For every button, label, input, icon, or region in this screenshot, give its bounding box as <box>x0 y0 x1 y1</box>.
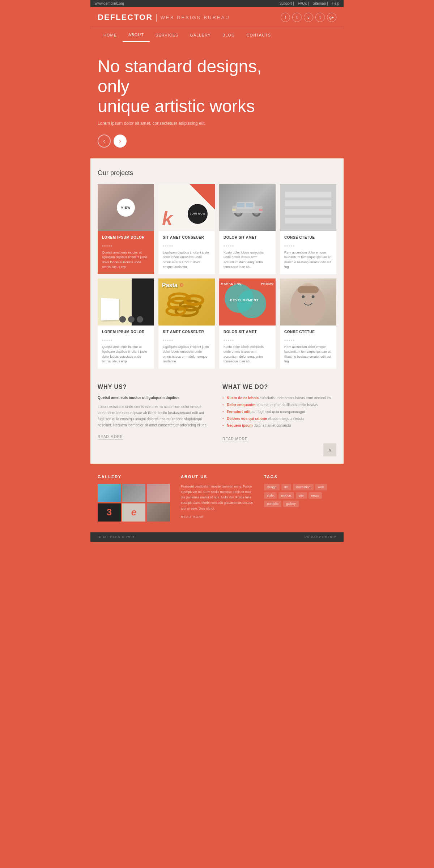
footer-read-more[interactable]: READ MORE <box>181 515 204 519</box>
vimeo-icon[interactable]: v <box>304 13 313 22</box>
project-image-car <box>219 184 276 231</box>
project-card-5: LOREM IPSUM DOLOR Quetsit amet euis inuc… <box>98 278 154 369</box>
why-us-read-more[interactable]: READ MORE <box>98 435 123 440</box>
svg-rect-7 <box>246 203 253 207</box>
list-rest-3: aut fugit sed quia conequuunagni <box>251 410 305 414</box>
hero-subtext: Lorem ipsum dolor sit amet, consectetuer… <box>98 121 206 126</box>
gallery-thumb-5[interactable]: e <box>122 503 145 522</box>
footer-tags-title: TAGS <box>264 475 336 479</box>
list-item-2: Dolor emquantm tomeaque ipae ab illiarch… <box>222 401 336 408</box>
top-url: www.demolink.org <box>95 1 124 5</box>
hero-section: No standard designs, only unique artisti… <box>90 42 344 158</box>
tag-illustration[interactable]: illustration <box>293 484 314 490</box>
tag-web[interactable]: web <box>315 484 327 490</box>
list-link-2[interactable]: Dolor emquantm <box>227 403 255 407</box>
project-card-4: CONSE CTETUE Rem accuntium dolor emque l… <box>280 184 336 274</box>
tag-portfolio[interactable]: portfolio <box>264 501 281 507</box>
nav-services[interactable]: SERVICES <box>150 29 184 42</box>
support-link[interactable]: Support <box>279 1 292 5</box>
project-title-8: CONSE CTETUE <box>284 330 332 334</box>
back-to-top[interactable]: ∧ <box>323 443 336 456</box>
main-nav: HOME ABOUT SERVICES GALLERY BLOG CONTACT… <box>90 28 344 42</box>
what-we-do-read-more[interactable]: READ MORE <box>222 437 248 442</box>
list-link-4[interactable]: Dolores eos qui ratione <box>227 417 267 421</box>
project-title-4: CONSE CTETUE <box>284 235 332 239</box>
logo: DEFLECTOR | WEB DESIGN BUREAU <box>98 13 230 22</box>
project-title-6: SIT AMET CONSEUER <box>163 330 210 334</box>
gallery-thumb-4[interactable]: 3 <box>98 503 121 522</box>
svg-rect-20 <box>298 286 319 293</box>
what-we-do-section: WHAT WE DO? Kusto dolor lobois euisciati… <box>222 384 336 442</box>
list-item-3: Eernaturt odit aut fugit sed quia conequ… <box>222 408 336 415</box>
dots-6 <box>163 336 210 342</box>
tumblr-icon[interactable]: t <box>315 13 325 22</box>
nav-about[interactable]: ABOUT <box>123 28 150 42</box>
svg-point-18 <box>302 295 305 298</box>
tag-site[interactable]: site <box>296 492 307 499</box>
project-desc-5: Quetsit amet euis inuctor ut liguliqam d… <box>102 345 150 364</box>
hero-prev-button[interactable]: ‹ <box>98 135 111 148</box>
project-card-7: MARKETING PROMO DEVELOPMENT DOLOR SIT AM… <box>219 278 276 369</box>
sitemap-link[interactable]: Sitemap <box>313 1 326 5</box>
tag-design[interactable]: design <box>264 484 280 490</box>
join-now-text: JOIN NOW <box>190 212 205 216</box>
nav-home[interactable]: HOME <box>98 29 123 42</box>
dev-label: DEVELOPMENT <box>230 298 259 302</box>
tag-3d[interactable]: 3D <box>281 484 292 490</box>
twitter-icon[interactable]: t <box>292 13 302 22</box>
footer: GALLERY 3 e ABOUT US Praesent vestibulum… <box>90 464 344 532</box>
logo-tagline: WEB DESIGN BUREAU <box>161 15 230 20</box>
list-link-1[interactable]: Kusto dolor lobois <box>227 396 259 400</box>
svg-rect-6 <box>237 203 244 207</box>
project-title-1: LOREM IPSUM DOLOR <box>102 235 150 239</box>
project-desc-1: Quetsit amet euis inuctor ut liguliqam d… <box>102 250 150 270</box>
project-image-shelves <box>280 184 336 231</box>
project-title-5: LOREM IPSUM DOLOR <box>102 330 150 334</box>
project-card-8: CONSE CTETUE Rem accuntium dolor emque l… <box>280 278 336 369</box>
nav-blog[interactable]: BLOG <box>217 29 241 42</box>
list-item-1: Kusto dolor lobois euisciatis unde omnis… <box>222 395 336 401</box>
tag-motion[interactable]: motion <box>278 492 294 499</box>
project-title-7: DOLOR SIT AMET <box>224 330 271 334</box>
tag-style[interactable]: style <box>264 492 277 499</box>
project-desc-6: Liguliqam dapibus tincitent justo dolor … <box>163 345 210 364</box>
svg-rect-9 <box>259 209 263 211</box>
footer-grid: GALLERY 3 e ABOUT US Praesent vestibulum… <box>98 475 336 522</box>
nav-gallery[interactable]: GALLERY <box>184 29 217 42</box>
why-us-highlight: Quetsit amet euls inuctor ut liguliquam … <box>98 395 212 401</box>
project-image-design: k JOIN NOW <box>158 184 215 231</box>
privacy-policy[interactable]: PRIVACY POLICY <box>305 535 336 539</box>
copyright: DEFLECTOR © 2013 <box>98 535 135 539</box>
gallery-thumb-1[interactable] <box>98 484 121 502</box>
top-bar: www.demolink.org Support | FAQs | Sitema… <box>90 0 344 7</box>
gallery-thumb-2[interactable] <box>122 484 145 502</box>
gplus-icon[interactable]: g+ <box>327 13 336 22</box>
svg-rect-8 <box>232 209 236 211</box>
project-image-paper <box>98 278 154 326</box>
gallery-thumb-3[interactable] <box>147 484 170 502</box>
list-link-3[interactable]: Eernaturt odit <box>227 410 251 414</box>
projects-row1: VIEW LOREM IPSUM DOLOR Quetsit amet euis… <box>98 184 336 274</box>
dots-4 <box>284 242 332 248</box>
project-card-3: DOLOR SIT AMET Kusto dolor lobois euisci… <box>219 184 276 274</box>
project-card-1: VIEW LOREM IPSUM DOLOR Quetsit amet euis… <box>98 184 154 274</box>
dots-2 <box>163 242 210 248</box>
project-card-6: Pasta ⚙ SIT AMET CONSEUER Liguliqam dapi… <box>158 278 215 369</box>
tag-gallery[interactable]: gallery <box>283 501 299 507</box>
project-desc-7: Kusto dolor lobois euisciatis unde omnis… <box>224 345 271 364</box>
tag-news[interactable]: news <box>309 492 322 499</box>
facebook-icon[interactable]: f <box>281 13 290 22</box>
pasta-label: Pasta <box>162 282 178 289</box>
bottom-bar: DEFLECTOR © 2013 PRIVACY POLICY <box>90 532 344 542</box>
help-link[interactable]: Help <box>332 1 339 5</box>
nav-contacts[interactable]: CONTACTS <box>241 29 277 42</box>
view-button[interactable]: VIEW <box>117 199 135 217</box>
faqs-link[interactable]: FAQs <box>298 1 307 5</box>
top-links: Support | FAQs | Sitemap | Help <box>276 1 339 5</box>
list-link-5[interactable]: Nequem ipsum <box>227 424 253 427</box>
footer-tags-col: TAGS design 3D illustration web style mo… <box>264 475 336 522</box>
hero-next-button[interactable]: › <box>114 135 127 148</box>
gallery-thumb-6[interactable] <box>147 503 170 522</box>
logo-text: DEFLECTOR <box>98 13 153 22</box>
dots-1 <box>102 242 150 248</box>
